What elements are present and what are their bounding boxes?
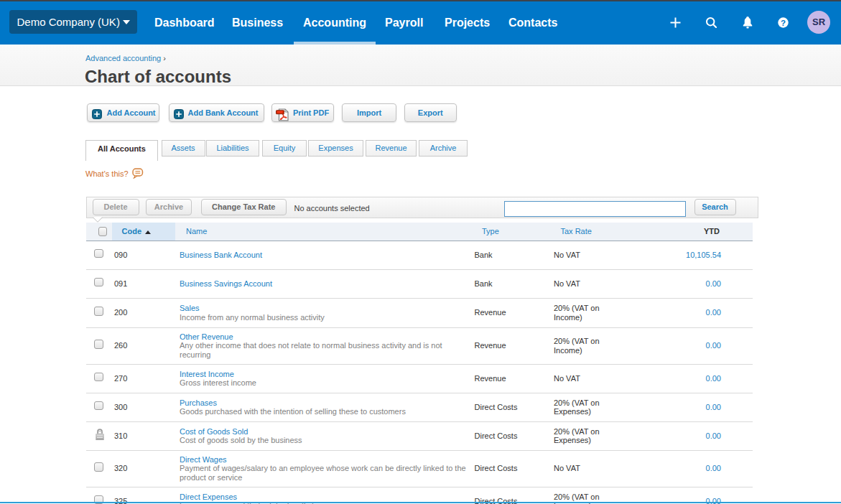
svg-text:?: ? — [781, 19, 786, 27]
